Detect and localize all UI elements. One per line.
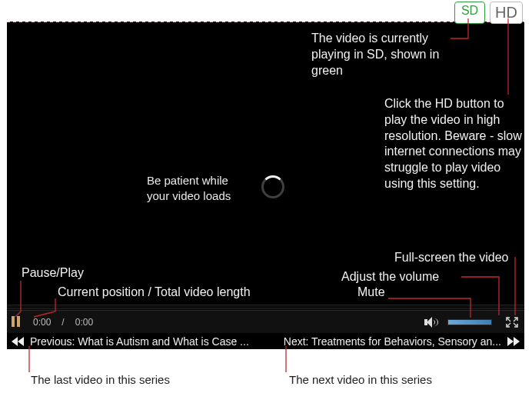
- annotation-leaders: [0, 0, 532, 393]
